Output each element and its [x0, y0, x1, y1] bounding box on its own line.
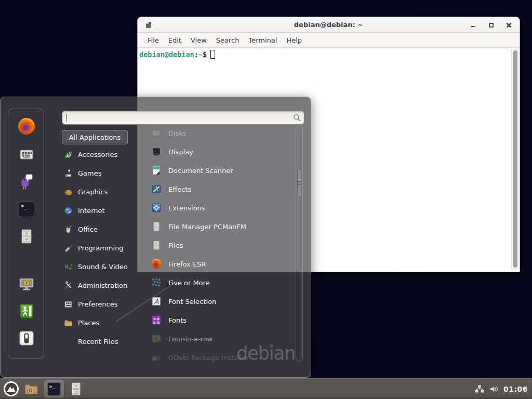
terminal-scrollbar-thumb[interactable]	[513, 50, 517, 268]
terminal-prompt: debian@debian:~$	[138, 48, 520, 59]
logout-button[interactable]	[18, 302, 35, 320]
document-scanner-icon	[151, 165, 162, 176]
svg-text:a &: a &	[153, 320, 160, 325]
taskbar-file-manager-task[interactable]	[69, 380, 84, 398]
volume-icon[interactable]	[489, 384, 499, 394]
prompt-user-host: debian@debian	[139, 50, 194, 59]
prompt-path: ~	[198, 50, 203, 59]
panel-menu-button[interactable]	[3, 380, 19, 398]
system-tray: 01:06	[474, 384, 532, 394]
category-accessories[interactable]: Accessories	[62, 145, 140, 164]
category-all-applications[interactable]: All Applications	[62, 130, 128, 144]
terminal-scrollbar[interactable]	[511, 49, 518, 270]
shutdown-button[interactable]	[18, 329, 35, 347]
logout-icon	[18, 303, 35, 320]
category-places[interactable]: Places	[62, 313, 140, 332]
search-icon	[293, 114, 301, 122]
administration-icon	[64, 281, 73, 290]
category-recent-files[interactable]: Recent Files	[62, 332, 140, 351]
terminal-icon: >_	[47, 382, 61, 396]
app-five-or-more[interactable]: Five or More	[147, 273, 296, 292]
app-disks[interactable]: Disks	[147, 124, 296, 142]
app-display[interactable]: Display	[147, 142, 296, 161]
app-files[interactable]: Files	[147, 236, 296, 255]
category-programming[interactable]: Programming	[62, 238, 140, 257]
menu-file[interactable]: File	[143, 34, 164, 46]
menu-help[interactable]: Help	[282, 34, 307, 46]
display-icon	[151, 147, 162, 157]
favorite-software-button[interactable]	[18, 145, 35, 163]
programming-icon	[64, 244, 73, 252]
internet-icon	[64, 206, 73, 215]
effects-icon	[151, 184, 162, 194]
app-font-selection[interactable]: A Font Selection	[147, 292, 296, 311]
fonts-icon: a a a &	[151, 315, 162, 325]
app-extensions[interactable]: Extensions	[147, 198, 296, 217]
taskbar-terminal-task[interactable]: >_	[44, 380, 64, 398]
menu-edit[interactable]: Edit	[164, 34, 186, 46]
category-preferences[interactable]: Preferences	[62, 295, 140, 313]
app-file-manager-pcmanfm[interactable]: File Manager PCManFM	[147, 217, 296, 236]
lock-screen-button[interactable]	[18, 275, 35, 293]
favorites-sidebar: >_	[8, 109, 44, 359]
terminal-icon: >_	[19, 202, 34, 217]
network-icon[interactable]	[474, 384, 485, 394]
pidgin-icon	[18, 173, 35, 190]
category-office[interactable]: Office	[62, 220, 140, 238]
application-menu: >_	[0, 97, 311, 378]
category-graphics[interactable]: Graphics	[62, 182, 140, 201]
four-in-a-row-icon	[151, 334, 162, 344]
category-list: Accessories Games Graphics	[62, 145, 140, 351]
shutdown-icon	[18, 330, 35, 347]
taskbar: [D:] >_ 01:06	[0, 378, 532, 399]
svg-text:[D:]: [D:]	[27, 388, 35, 393]
search-input[interactable]	[62, 111, 304, 125]
firefox-icon	[151, 259, 162, 269]
category-sound-video[interactable]: Sound & Video	[62, 257, 140, 276]
menu-search[interactable]: Search	[211, 34, 244, 46]
menu-terminal[interactable]: Terminal	[244, 34, 282, 46]
accessories-icon	[64, 150, 73, 159]
window-title: debian@debian: ~	[138, 21, 520, 29]
font-selection-icon: A	[151, 296, 162, 307]
category-games[interactable]: Games	[62, 164, 140, 182]
file-manager-icon	[18, 228, 35, 245]
favorite-pidgin-button[interactable]	[18, 172, 35, 190]
favorite-terminal-button[interactable]: >_	[18, 201, 35, 218]
favorite-file-manager-button[interactable]	[18, 228, 35, 245]
places-icon	[64, 318, 73, 327]
app-fonts[interactable]: a a a & Fonts	[147, 311, 296, 329]
app-gdebi-package-installer[interactable]: GDebi Package Installer	[147, 348, 296, 367]
menu-view[interactable]: View	[186, 34, 211, 46]
games-icon	[64, 169, 73, 178]
favorite-firefox-button[interactable]	[18, 117, 35, 135]
five-or-more-icon	[151, 277, 162, 288]
terminal-titlebar[interactable]: debian@debian: ~	[138, 17, 520, 33]
search-box	[62, 111, 304, 125]
minimize-button[interactable]	[470, 21, 477, 29]
menu-scrollbar[interactable]	[296, 125, 303, 362]
disks-icon	[151, 128, 162, 138]
category-administration[interactable]: Administration	[62, 276, 140, 295]
preferences-icon	[64, 300, 73, 309]
firefox-icon	[18, 118, 35, 135]
close-button[interactable]	[505, 21, 512, 29]
menu-scrollbar-thumb[interactable]	[297, 169, 302, 197]
category-internet[interactable]: Internet	[62, 201, 140, 220]
app-four-in-a-row[interactable]: Four-in-a-row	[147, 329, 296, 348]
app-firefox-esr[interactable]: Firefox ESR	[147, 255, 296, 273]
maximize-button[interactable]	[487, 21, 495, 29]
terminal-cursor	[210, 50, 215, 59]
app-document-scanner[interactable]: Document Scanner	[147, 161, 296, 180]
clock[interactable]: 01:06	[503, 385, 528, 393]
extensions-icon	[151, 203, 162, 213]
desktop: debian debian@debian: ~ File Edit View S…	[0, 0, 532, 399]
desktop-folder-launcher[interactable]: [D:]	[23, 380, 39, 398]
graphics-icon	[64, 188, 73, 196]
file-manager-icon	[151, 221, 162, 232]
folder-d-icon: [D:]	[23, 381, 39, 397]
panel-menu-icon	[3, 381, 19, 397]
app-effects[interactable]: Effects	[147, 180, 296, 198]
sound-video-icon	[64, 262, 73, 271]
svg-text:A: A	[154, 298, 159, 305]
